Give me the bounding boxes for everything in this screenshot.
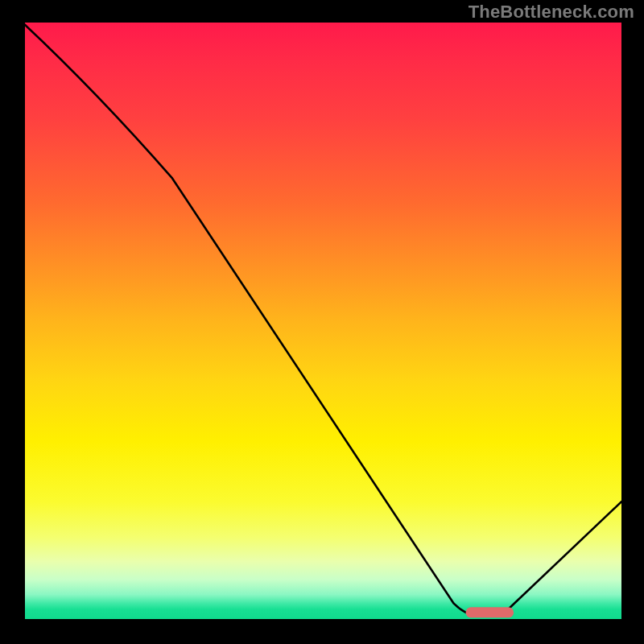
chart-container: TheBottleneck.com bbox=[0, 0, 644, 644]
watermark-text: TheBottleneck.com bbox=[469, 2, 634, 23]
plot-axes-frame bbox=[23, 23, 621, 621]
